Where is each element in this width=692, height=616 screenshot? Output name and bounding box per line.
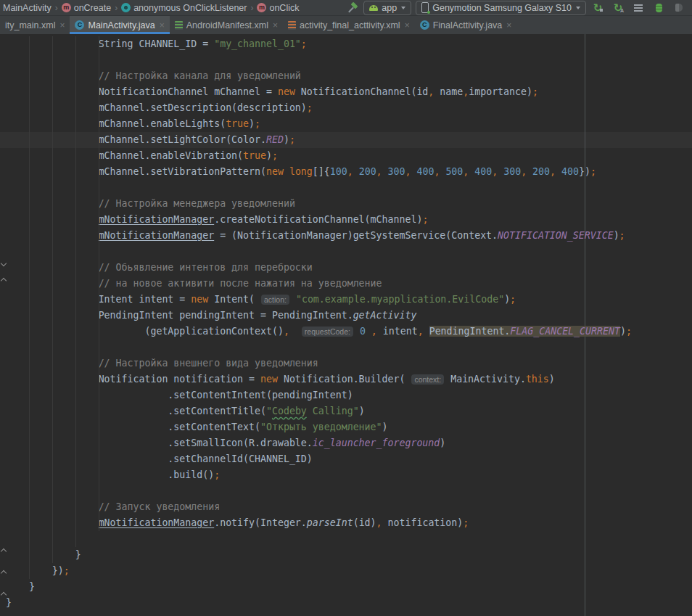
code-token: ) — [614, 230, 619, 241]
code-token: 300 — [388, 166, 405, 177]
code-token: notification) — [382, 517, 464, 528]
code-line[interactable]: mChannel.enableLights(true); — [0, 116, 692, 132]
code-token — [498, 166, 503, 177]
code-line[interactable]: mChannel.enableVibration(true); — [0, 148, 692, 164]
profile-button[interactable] — [631, 1, 646, 15]
code-token: ; — [590, 166, 596, 177]
fold-marker[interactable] — [1, 277, 7, 284]
code-line[interactable]: // Настройка внешнего вида уведомления — [0, 356, 692, 371]
attach-profiler-button[interactable] — [672, 1, 686, 15]
tab-finalacttivity-java[interactable]: CFinalActtivity.java× — [415, 16, 517, 34]
code-line[interactable]: mChannel.setDescription(description); — [0, 100, 692, 116]
code-line[interactable]: .setContentIntent(pendingIntent) — [0, 387, 692, 403]
code-token: .setContentText( — [6, 422, 260, 432]
code-line[interactable] — [0, 52, 692, 68]
code-line[interactable]: // на новое активити после нажатия на ув… — [0, 276, 692, 292]
breadcrumb-item-anonymous-onclicklistener[interactable]: anonymous OnClickListener — [121, 3, 247, 13]
code-line[interactable]: } — [0, 579, 692, 595]
indent-guide — [29, 36, 30, 579]
tab-label: MainActivity.java — [88, 20, 155, 30]
code-token: new — [278, 86, 295, 97]
code-token: ; — [214, 469, 220, 480]
fold-marker[interactable] — [1, 548, 7, 554]
ide-window: MainActivity›monCreate›anonymous OnClick… — [0, 0, 692, 616]
code-token: new — [191, 294, 208, 305]
code-token: PendingIntent. — [429, 326, 511, 337]
tab-ity-main-xml[interactable]: ity_main.xml× — [0, 16, 70, 34]
indent-guide — [75, 36, 76, 547]
code-editor[interactable]: String CHANNEL_ID = "my_channel_01"; // … — [0, 34, 692, 616]
code-line[interactable] — [0, 531, 692, 547]
code-line[interactable]: // Запуск уведомления — [0, 499, 692, 515]
code-token: .notify(Integer. — [214, 517, 307, 528]
code-line[interactable]: (getApplicationContext(), requestCode: 0… — [0, 324, 692, 340]
tab-activity-final-acttivity-xml[interactable]: activity_final_acttivity.xml× — [283, 16, 415, 34]
toolbar-actions — [590, 1, 688, 15]
code-token: ic_launcher_foreground — [313, 438, 440, 448]
code-token: Notification notification = — [6, 374, 260, 385]
code-line[interactable]: }); — [0, 563, 692, 579]
code-token: ) — [549, 374, 555, 385]
code-token: ) — [359, 406, 365, 416]
code-line[interactable]: mNotificationManager.notify(Integer.pars… — [0, 515, 692, 531]
parameter-hint: action: — [261, 295, 289, 305]
tab-label: ity_main.xml — [5, 20, 55, 30]
code-line[interactable]: .build(); — [0, 467, 692, 483]
code-line[interactable]: .setChannelId(CHANNEL_ID) — [0, 451, 692, 467]
code-line[interactable]: // Настройка менеджера уведомлений — [0, 196, 692, 212]
device-select[interactable]: Genymotion Samsung Galaxy S10 — [416, 1, 586, 15]
code-line[interactable] — [0, 180, 692, 196]
code-line[interactable]: String CHANNEL_ID = "my_channel_01"; — [0, 36, 692, 52]
code-token: "my_channel_01" — [214, 38, 301, 49]
code-line[interactable]: // Настройка канала для уведомлений — [0, 68, 692, 84]
tab-close-icon[interactable]: × — [273, 20, 278, 30]
code-token: .createNotificationChannel(mChannel) — [214, 214, 422, 225]
code-line[interactable]: Notification notification = new Notifica… — [0, 371, 692, 387]
breadcrumb-item-mainactivity[interactable]: MainActivity — [3, 3, 52, 13]
tab-close-icon[interactable]: × — [59, 20, 65, 30]
breadcrumb-item-oncreate[interactable]: monCreate — [62, 3, 111, 13]
tab-close-icon[interactable]: × — [405, 20, 410, 30]
make-project-icon[interactable] — [347, 2, 359, 14]
code-line[interactable] — [0, 244, 692, 260]
code-line[interactable]: PendingIntent pendingIntent = PendingInt… — [0, 308, 692, 324]
code-line[interactable]: mChannel.setLightColor(Color.RED); — [0, 132, 692, 148]
fold-marker[interactable] — [1, 570, 7, 576]
tab-mainactivity-java[interactable]: CMainActivity.java× — [70, 16, 169, 34]
code-token: ) — [504, 294, 510, 305]
code-line[interactable]: } — [0, 595, 692, 611]
code-token — [424, 326, 429, 337]
run-configuration-label: app — [382, 3, 397, 13]
code-line[interactable]: Intent intent = new Intent( action: "com… — [0, 292, 692, 308]
code-line[interactable]: mNotificationManager.createNotificationC… — [0, 212, 692, 228]
code-line[interactable]: mChannel.setVibrationPattern(new long[]{… — [0, 164, 692, 180]
code-line[interactable] — [0, 340, 692, 356]
code-line[interactable]: // Обьявление интентов для переброски — [0, 260, 692, 276]
debug-button[interactable] — [651, 1, 666, 15]
code-line[interactable]: } — [0, 547, 692, 563]
code-token: ; — [307, 102, 313, 113]
code-line[interactable]: .setSmallIcon(R.drawable.ic_launcher_for… — [0, 435, 692, 451]
code-token: mChannel.setDescription(description) — [6, 102, 307, 113]
code-token — [353, 166, 359, 177]
apply-changes-restart-button[interactable] — [590, 1, 605, 15]
code-token: Intent( — [208, 294, 260, 305]
run-configuration-select[interactable]: app — [363, 1, 411, 15]
fold-marker[interactable] — [1, 591, 7, 598]
code-token: NOTIFICATION_SERVICE — [498, 230, 614, 241]
code-token — [354, 326, 360, 337]
code-area[interactable]: String CHANNEL_ID = "my_channel_01"; // … — [0, 34, 692, 616]
apply-code-changes-button[interactable] — [611, 1, 625, 15]
code-line[interactable]: .setContentTitle("Codeby Calling") — [0, 403, 692, 419]
code-token: }) — [6, 565, 64, 576]
tab-close-icon[interactable]: × — [506, 20, 511, 30]
code-line[interactable] — [0, 483, 692, 499]
code-line[interactable]: .setContentText("Открыть уведомление") — [0, 419, 692, 435]
fold-marker[interactable] — [1, 260, 7, 266]
breadcrumb-item-onclick[interactable]: monClick — [257, 3, 299, 13]
class-icon: C — [75, 20, 84, 30]
code-line[interactable]: NotificationChannel mChannel = new Notif… — [0, 84, 692, 100]
tab-close-icon[interactable]: × — [160, 20, 165, 30]
tab-androidmanifest-xml[interactable]: AndroidManifest.xml× — [170, 16, 283, 34]
code-line[interactable]: mNotificationManager = (NotificationMana… — [0, 228, 692, 244]
